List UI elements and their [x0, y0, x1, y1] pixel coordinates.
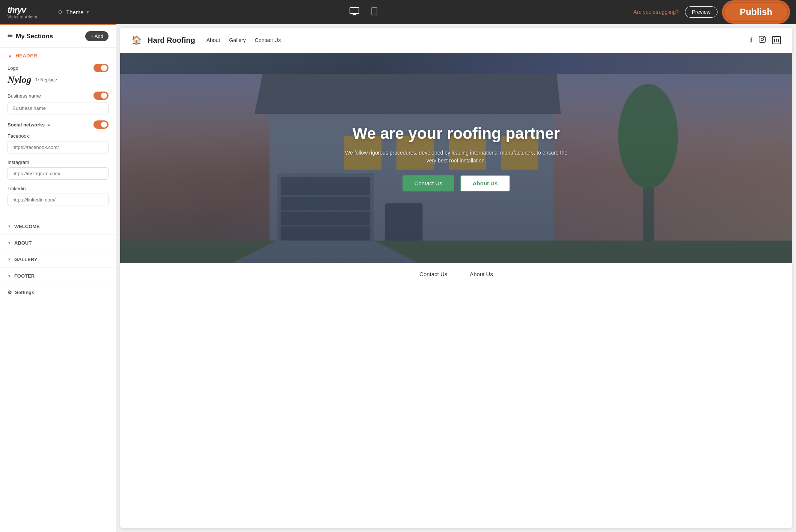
edit-icon: ✏ [8, 32, 13, 40]
social-networks-toggle[interactable]: Social networks ▲ [8, 122, 51, 128]
svg-rect-1 [350, 8, 359, 14]
main-layout: ✏ My Sections + Add ▲ HEADER Logo [0, 24, 796, 532]
preview-footer-nav: Contact Us About Us [120, 263, 792, 285]
svg-rect-6 [759, 36, 765, 42]
theme-icon [56, 8, 64, 16]
logo-display: Nylog ↻ Replace [8, 74, 109, 86]
nav-gallery[interactable]: Gallery [229, 37, 246, 43]
top-bar-right: Are you struggling? Preview Publish [633, 2, 788, 22]
facebook-social-icon[interactable]: f [750, 36, 752, 44]
replace-label: Replace [41, 77, 57, 83]
site-nav: About Gallery Contact Us [207, 37, 281, 43]
about-section[interactable]: ▼ ABOUT [0, 235, 116, 251]
instagram-label: Instagram [8, 159, 109, 165]
sidebar-header: ✏ My Sections + Add [0, 25, 116, 48]
theme-chevron: ▼ [86, 10, 90, 14]
top-bar: thryv Website Admin Theme ▼ Are you stru… [0, 0, 796, 24]
linkedin-label: Linkedin [8, 186, 109, 191]
theme-label: Theme [66, 9, 84, 15]
about-label: ABOUT [14, 240, 32, 246]
refresh-icon: ↻ [35, 77, 39, 83]
business-name-label: Business name [8, 93, 41, 99]
about-us-button[interactable]: About Us [460, 176, 510, 192]
svg-point-7 [761, 38, 763, 41]
hero-buttons: Contact Us About Us [344, 176, 569, 192]
hero-title: We are your roofing partner [344, 124, 569, 143]
site-name: Hard Roofing [148, 36, 195, 45]
gallery-label: GALLERY [14, 257, 38, 262]
business-name-toggle[interactable] [93, 92, 109, 100]
logo-toggle-slider [93, 64, 109, 72]
sidebar-title: ✏ My Sections [8, 32, 53, 40]
add-section-button[interactable]: + Add [85, 31, 109, 41]
linkedin-input[interactable] [8, 194, 109, 206]
social-networks-toggle-switch[interactable] [93, 120, 109, 129]
facebook-label: Facebook [8, 133, 109, 139]
welcome-label: WELCOME [14, 224, 40, 229]
settings-gear-icon: ⚙ [8, 290, 12, 295]
publish-button[interactable]: Publish [724, 2, 788, 22]
facebook-input[interactable] [8, 141, 109, 153]
device-switcher [93, 5, 633, 19]
svg-rect-3 [352, 15, 357, 15]
about-chevron: ▼ [8, 241, 11, 245]
linkedin-field: Linkedin [8, 186, 109, 206]
welcome-chevron: ▼ [8, 224, 11, 228]
header-section-content: Logo Nylog ↻ Replace [0, 64, 116, 218]
logo-field: Logo Nylog ↻ Replace [8, 64, 109, 86]
settings-label: Settings [15, 290, 34, 295]
social-networks-label: Social networks [8, 122, 45, 128]
settings-row[interactable]: ⚙ Settings [0, 284, 116, 301]
header-chevron-up: ▲ [8, 53, 12, 59]
business-name-field: Business name [8, 92, 109, 114]
app-logo: thryv Website Admin [8, 5, 41, 19]
footer-chevron: ▼ [8, 274, 11, 278]
footer-section[interactable]: ▼ FOOTER [0, 268, 116, 284]
desktop-icon[interactable] [347, 5, 362, 19]
linkedin-social-icon[interactable]: in [772, 36, 781, 44]
mobile-icon[interactable] [369, 5, 380, 19]
social-networks-toggle-slider [93, 120, 109, 129]
app-logo-sub: Website Admin [8, 15, 41, 19]
business-name-toggle-slider [93, 92, 109, 100]
svg-point-8 [764, 37, 764, 38]
theme-button[interactable]: Theme ▼ [53, 6, 93, 18]
preview-button[interactable]: Preview [685, 6, 718, 18]
footer-label: FOOTER [14, 273, 35, 279]
sidebar: ✏ My Sections + Add ▲ HEADER Logo [0, 24, 116, 532]
site-social-icons: f in [750, 36, 781, 45]
my-sections-label: My Sections [16, 33, 53, 40]
home-icon[interactable]: 🏠 [131, 35, 142, 45]
header-section-toggle[interactable]: ▲ HEADER [0, 48, 116, 64]
hero-section: We are your roofing partner We follow ri… [120, 53, 792, 263]
hero-content: We are your roofing partner We follow ri… [344, 124, 569, 191]
struggling-link[interactable]: Are you struggling? [633, 9, 679, 15]
footer-about-us[interactable]: About Us [470, 271, 493, 277]
hero-subtitle: We follow rigorous procedures, developed… [344, 149, 569, 165]
nav-about[interactable]: About [207, 37, 220, 43]
gallery-section[interactable]: ▼ GALLERY [0, 251, 116, 268]
svg-rect-2 [353, 14, 356, 15]
instagram-social-icon[interactable] [758, 36, 766, 45]
header-section: ▲ HEADER Logo Nylog [0, 48, 116, 218]
publish-container: Publish [724, 2, 788, 22]
app-logo-text: thryv [8, 5, 41, 15]
logo-toggle[interactable] [93, 64, 109, 72]
business-name-input[interactable] [8, 102, 109, 114]
linkedin-label-text: Linkedin [8, 186, 26, 191]
svg-point-5 [374, 14, 375, 14]
preview-area: 🏠 Hard Roofing About Gallery Contact Us … [120, 28, 792, 528]
footer-contact-us[interactable]: Contact Us [419, 271, 447, 277]
facebook-field: Facebook [8, 133, 109, 153]
website-header: 🏠 Hard Roofing About Gallery Contact Us … [120, 28, 792, 53]
logo-field-label: Logo [8, 64, 109, 72]
instagram-input[interactable] [8, 167, 109, 180]
social-networks-field: Social networks ▲ Facebook [8, 120, 109, 206]
welcome-section[interactable]: ▼ WELCOME [0, 218, 116, 235]
contact-us-button[interactable]: Contact Us [403, 176, 454, 192]
logo-script-text: Nylog [8, 74, 32, 86]
replace-logo-link[interactable]: ↻ Replace [35, 77, 57, 83]
nav-contact[interactable]: Contact Us [255, 37, 281, 43]
logo-label-text: Logo [8, 65, 18, 71]
social-chevron-up: ▲ [47, 122, 51, 127]
